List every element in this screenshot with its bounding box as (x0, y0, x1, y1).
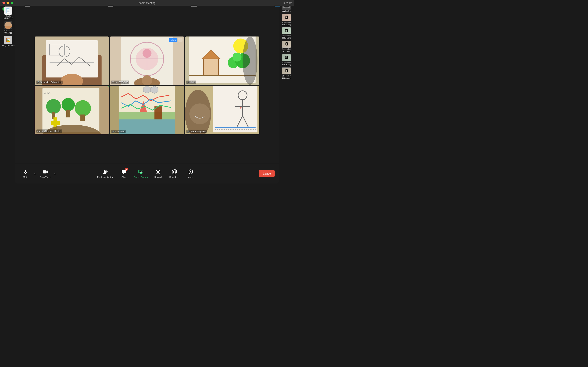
microphone-icon (22, 169, 29, 175)
mute-chevron[interactable]: ▲ (33, 171, 37, 176)
svg-rect-66 (122, 170, 126, 173)
svg-rect-18 (204, 59, 218, 76)
participant-label-julia: 🎤 Julia (186, 81, 196, 84)
desktop-icons-left: 📄 _DOCU MEN...YLP Essential Ana....app 🖼… (0, 6, 16, 47)
minimize-button[interactable] (7, 2, 9, 4)
svg-rect-31 (66, 110, 70, 117)
participants-icon-wrapper (102, 169, 109, 175)
svg-rect-73 (140, 173, 142, 174)
share-screen-control[interactable]: Share Screen (134, 169, 148, 178)
chat-badge: 1 (125, 168, 128, 171)
svg-rect-35 (51, 121, 60, 125)
video-chevron[interactable]: ▲ (53, 171, 57, 176)
svg-point-28 (46, 99, 61, 114)
svg-rect-48 (213, 86, 258, 132)
meeting-toolbar: Mute ▲ Stop Video ▲ (15, 163, 279, 184)
more-options-yves[interactable]: ··· (178, 38, 182, 42)
record-control[interactable]: Record (152, 169, 164, 178)
mute-button-yves[interactable]: Mute (169, 38, 177, 42)
svg-point-32 (75, 100, 91, 116)
svg-text:♥: ♥ (240, 106, 242, 110)
toolbar-center-controls: Participants 6 ▲ 1 Chat (97, 169, 197, 178)
svg-point-58 (190, 103, 210, 124)
desktop-icon-essential[interactable]: Essential Ana....app (2, 21, 15, 34)
svg-point-25 (242, 37, 258, 85)
desktop-icon-screenshot-2[interactable]: 🖼 Screenshot 202...4.png (279, 27, 294, 39)
camera-icon (42, 169, 49, 175)
participants-control[interactable]: Participants 6 ▲ (97, 169, 114, 178)
window-controls (2, 2, 13, 4)
participants-icon (102, 169, 109, 175)
svg-marker-63 (47, 170, 48, 173)
svg-point-77 (173, 171, 174, 172)
participant-label-lluc: 🎤 Lluc Martí (111, 130, 126, 133)
svg-marker-46 (151, 86, 158, 93)
svg-rect-62 (43, 170, 47, 173)
svg-rect-42 (119, 119, 175, 134)
leave-button[interactable]: Leave (259, 170, 275, 177)
svg-rect-86 (285, 7, 288, 8)
view-button[interactable]: ⊞ View (283, 1, 292, 4)
svg-text:+: + (175, 170, 176, 171)
video-grid-container: 🎤 Sebastian Schweitzer (17, 8, 277, 163)
mute-control[interactable]: Mute (19, 169, 32, 178)
mute-overlay-yves: Mute ··· (169, 38, 182, 42)
desktop-icon-screenshot-5[interactable]: 🖼 Screenshot 202....png (279, 67, 294, 79)
video-cell-sebastian: 🎤 Sebastian Schweitzer (35, 36, 109, 85)
reactions-icon: + (171, 169, 178, 175)
svg-rect-2 (46, 40, 98, 77)
video-cell-jannes: AREA Jannes Herman Mostert (35, 86, 109, 134)
svg-point-30 (62, 98, 75, 111)
record-icon (155, 169, 161, 175)
reactions-control[interactable]: + Reactions (168, 169, 181, 178)
desktop-icon-screenshot-4[interactable]: 🖼 Screenshot 202...5.png (279, 54, 294, 66)
svg-rect-59 (25, 170, 26, 172)
zoom-meeting-window: 🎤 Sebastian Schweitzer (15, 6, 279, 184)
share-screen-icon (138, 169, 144, 175)
video-control[interactable]: Stop Video (39, 169, 52, 178)
video-cell-julia: 🎤 Julia (185, 36, 259, 85)
video-grid: 🎤 Sebastian Schweitzer (35, 36, 259, 134)
svg-text:AREA: AREA (44, 92, 51, 94)
apps-control[interactable]: Apps (185, 169, 197, 178)
svg-point-75 (157, 171, 159, 173)
chat-control[interactable]: 1 Chat (118, 169, 130, 178)
svg-point-23 (233, 53, 242, 62)
svg-point-82 (190, 171, 191, 173)
svg-point-65 (106, 170, 108, 172)
participant-label-pedro: 🎤 Pedro Miguélez (186, 130, 207, 133)
title-bar: Zoom Meeting ⊞ View (0, 0, 294, 6)
desktop-icon-img3204[interactable]: 🖼️ IMG_3204.JPG (2, 36, 15, 47)
svg-rect-33 (80, 115, 85, 121)
chat-icon-wrapper: 1 (121, 169, 127, 175)
apps-icon (187, 169, 194, 175)
toolbar-right-controls: Leave (259, 170, 275, 177)
svg-point-64 (104, 170, 106, 172)
toolbar-left-controls: Mute ▲ Stop Video ▲ (19, 169, 57, 178)
desktop-icon-screenshot-1[interactable]: 🖼 Screenshot 202...2.png (279, 14, 294, 26)
participant-label-jannes: Jannes Herman Mostert (36, 129, 62, 133)
participant-label-yves: Yves LEVEQUE (111, 81, 129, 84)
close-button[interactable] (2, 2, 5, 4)
svg-marker-67 (123, 173, 124, 174)
participant-label-sebastian: 🎤 Sebastian Schweitzer (36, 81, 63, 84)
window-title: Zoom Meeting (138, 1, 155, 4)
video-cell-lluc: 🎤 Lluc Martí (110, 86, 184, 134)
video-cell-yves: Mute ··· Yves LEVEQUE (110, 36, 184, 85)
desktop-icons-right: Macbook Y 🖼 Screenshot 202...2.png 🖼 Scr… (279, 0, 294, 184)
video-cell-pedro: ♥ 🎤 Pedro Miguélez (185, 86, 259, 134)
maximize-button[interactable] (11, 2, 13, 4)
desktop-icon-documents[interactable]: 📄 _DOCU MEN...YLP (2, 7, 15, 19)
svg-marker-45 (143, 86, 151, 93)
desktop-icon-screenshot-3[interactable]: 🖼 Screenshot 202....png (279, 41, 294, 53)
